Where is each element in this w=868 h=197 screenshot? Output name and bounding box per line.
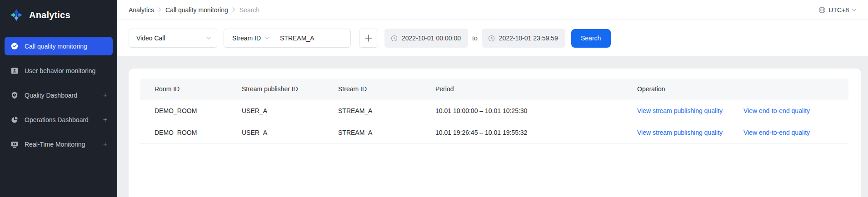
call-type-select[interactable]: Video Call	[129, 29, 217, 48]
results-table: Room ID Stream publisher ID Stream ID Pe…	[140, 79, 848, 144]
breadcrumb: Analytics Call quality monitoring Search	[129, 6, 259, 14]
main-area: Analytics Call quality monitoring Search…	[117, 0, 868, 197]
column-header-stream-publisher-id: Stream publisher ID	[227, 79, 324, 100]
view-end-to-end-quality-link[interactable]: View end-to-end quality	[743, 107, 810, 114]
column-header-room-id: Room ID	[140, 79, 227, 100]
operation-cell: View stream publishing quality View end-…	[623, 122, 848, 143]
expand-plus-icon[interactable]: +	[103, 116, 107, 123]
range-separator-label: to	[472, 34, 478, 42]
column-header-operation: Operation	[623, 79, 848, 100]
sidebar-item-label: Real-Time Monitoring	[25, 141, 85, 148]
chevron-down-icon	[206, 37, 211, 39]
view-stream-publishing-quality-link[interactable]: View stream publishing quality	[637, 107, 723, 114]
sidebar-item-label: Operations Dashboard	[25, 116, 89, 123]
breadcrumb-analytics[interactable]: Analytics	[129, 6, 154, 14]
add-filter-button[interactable]	[359, 29, 378, 48]
table-row: DEMO_ROOM USER_A STREAM_A 10.01 10:00:00…	[140, 100, 848, 122]
view-stream-publishing-quality-link[interactable]: View stream publishing quality	[637, 129, 723, 136]
search-field-select[interactable]: Stream ID	[232, 34, 261, 42]
publisher-id-cell: USER_A	[227, 122, 324, 143]
search-field-box: Stream ID	[224, 29, 351, 48]
pulse-bubble-icon	[10, 42, 19, 50]
table-header-row: Room ID Stream publisher ID Stream ID Pe…	[140, 79, 848, 100]
breadcrumb-search: Search	[239, 6, 259, 14]
column-header-stream-id: Stream ID	[324, 79, 421, 100]
sidebar-item-label: User behavior monitoring	[25, 67, 95, 74]
pie-chart-icon	[10, 116, 19, 124]
sidebar-item-real-time-monitoring[interactable]: Real-Time Monitoring +	[5, 135, 113, 153]
sidebar-item-label: Call quality monitoring	[25, 43, 87, 50]
search-value-input[interactable]	[280, 34, 339, 42]
content-area: Room ID Stream publisher ID Stream ID Pe…	[117, 56, 868, 197]
clock-icon	[391, 35, 398, 42]
sidebar-item-quality-dashboard[interactable]: Quality Dashboard +	[5, 86, 113, 104]
sidebar-item-call-quality-monitoring[interactable]: Call quality monitoring	[5, 37, 113, 55]
expand-plus-icon[interactable]: +	[103, 92, 107, 99]
monitor-eye-icon	[10, 140, 19, 148]
operation-cell: View stream publishing quality View end-…	[623, 100, 848, 122]
sidebar-item-user-behavior-monitoring[interactable]: User behavior monitoring	[5, 61, 113, 80]
stream-id-cell: STREAM_A	[324, 100, 421, 122]
clock-icon	[488, 35, 495, 42]
plus-icon	[364, 34, 373, 42]
chevron-down-icon	[852, 9, 856, 11]
date-to-value: 2022-10-01 23:59:59	[499, 34, 558, 42]
topbar: Analytics Call quality monitoring Search…	[117, 0, 868, 20]
results-card: Room ID Stream publisher ID Stream ID Pe…	[129, 69, 861, 197]
sidebar: Analytics Call quality monitoring	[0, 0, 117, 197]
table-row: DEMO_ROOM USER_A STREAM_A 10.01 19:26:45…	[140, 122, 848, 143]
search-button[interactable]: Search	[571, 29, 611, 48]
filter-bar: Video Call Stream ID 2022	[117, 20, 868, 56]
period-cell: 10.01 10:00:00 – 10.01 10:25:30	[421, 100, 623, 122]
breadcrumb-separator-icon	[232, 7, 235, 12]
room-id-cell: DEMO_ROOM	[140, 100, 227, 122]
room-id-cell: DEMO_ROOM	[140, 122, 227, 143]
globe-icon	[818, 6, 826, 14]
view-end-to-end-quality-link[interactable]: View end-to-end quality	[743, 129, 810, 136]
breadcrumb-separator-icon	[158, 7, 161, 12]
app-logo: Analytics	[0, 0, 117, 21]
date-from-value: 2022-10-01 00:00:00	[402, 34, 461, 42]
shield-clock-icon	[10, 91, 19, 99]
call-type-value: Video Call	[136, 34, 165, 42]
sidebar-item-operations-dashboard[interactable]: Operations Dashboard +	[5, 110, 113, 129]
id-badge-icon	[10, 67, 19, 75]
column-header-period: Period	[421, 79, 623, 100]
timezone-selector[interactable]: UTC+8	[818, 6, 856, 14]
analytics-logo-icon	[10, 9, 23, 21]
app-title: Analytics	[29, 10, 70, 20]
period-cell: 10.01 19:26:45 – 10.01 19:55:32	[421, 122, 623, 143]
timezone-value: UTC+8	[828, 6, 849, 14]
sidebar-item-label: Quality Dashboard	[25, 92, 77, 99]
publisher-id-cell: USER_A	[227, 100, 324, 122]
chevron-down-icon	[264, 37, 269, 39]
expand-plus-icon[interactable]: +	[103, 141, 107, 148]
sidebar-nav: Call quality monitoring User behavior mo…	[0, 37, 117, 153]
stream-id-cell: STREAM_A	[324, 122, 421, 143]
breadcrumb-call-quality-monitoring[interactable]: Call quality monitoring	[165, 6, 228, 14]
date-from-picker[interactable]: 2022-10-01 00:00:00	[384, 29, 468, 48]
date-to-picker[interactable]: 2022-10-01 23:59:59	[482, 29, 565, 48]
